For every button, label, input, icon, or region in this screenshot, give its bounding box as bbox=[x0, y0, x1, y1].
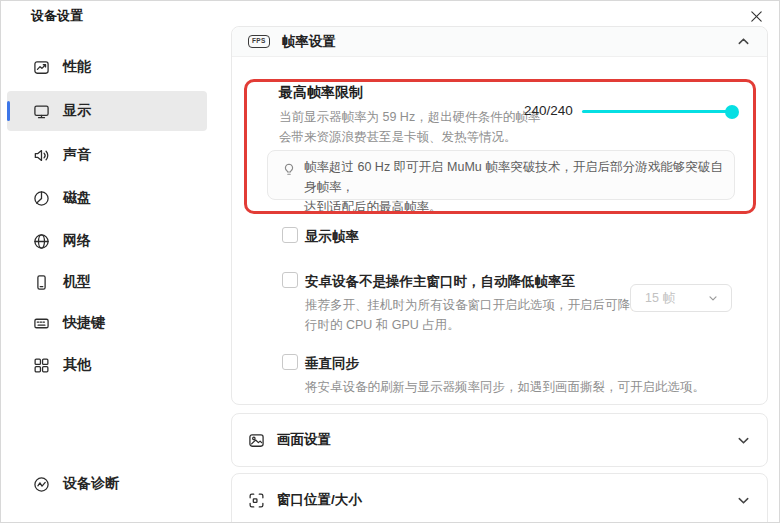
shortcuts-icon bbox=[33, 315, 50, 332]
device-model-icon bbox=[33, 274, 50, 291]
fps-tip-box: 帧率超过 60 Hz 即可开启 MuMu 帧率突破技术，开启后部分游戏能够突破自… bbox=[267, 150, 735, 200]
close-icon bbox=[749, 9, 764, 24]
show-fps-checkbox[interactable] bbox=[282, 227, 298, 243]
disk-icon bbox=[33, 190, 50, 207]
expand-chevron-icon[interactable] bbox=[736, 433, 751, 448]
sidebar-item-label: 其他 bbox=[63, 356, 91, 374]
collapse-chevron-icon[interactable] bbox=[736, 34, 751, 49]
performance-icon bbox=[33, 59, 50, 76]
vsync-label[interactable]: 垂直同步 bbox=[305, 355, 359, 373]
diagnostics-icon bbox=[33, 476, 50, 493]
frame-rate-settings-panel: FPS 帧率设置 最高帧率限制 当前显示器帧率为 59 Hz，超出硬件条件的帧率… bbox=[231, 26, 768, 405]
sidebar-item-others[interactable]: 其他 bbox=[7, 345, 207, 385]
picture-icon bbox=[248, 432, 265, 449]
sidebar-item-label: 显示 bbox=[63, 102, 91, 120]
window-position-size-header[interactable]: 窗口位置/大小 bbox=[232, 474, 767, 523]
sidebar-item-disk[interactable]: 磁盘 bbox=[7, 178, 207, 218]
panel-title: 窗口位置/大小 bbox=[277, 491, 362, 509]
window-title: 设备设置 bbox=[31, 7, 83, 25]
auto-reduce-fps-label[interactable]: 安卓设备不是操作主窗口时，自动降低帧率至 bbox=[305, 273, 575, 291]
device-settings-window: 设备设置 性能 显示 声音 磁盘 网络 机型 bbox=[0, 0, 780, 523]
sidebar-item-label: 磁盘 bbox=[63, 189, 91, 207]
reduce-fps-select[interactable]: 15 帧 bbox=[630, 284, 732, 312]
fps-tip-text: 帧率超过 60 Hz 即可开启 MuMu 帧率突破技术，开启后部分游戏能够突破自… bbox=[304, 157, 734, 217]
sidebar-item-label: 性能 bbox=[63, 58, 91, 76]
sidebar-item-label: 机型 bbox=[63, 273, 91, 291]
fps-icon: FPS bbox=[248, 35, 270, 48]
sidebar-item-network[interactable]: 网络 bbox=[7, 221, 207, 261]
sidebar-item-label: 网络 bbox=[63, 232, 91, 250]
sidebar-item-display[interactable]: 显示 bbox=[7, 91, 207, 131]
window-frame-icon bbox=[248, 492, 265, 509]
chevron-down-icon bbox=[707, 292, 719, 304]
picture-settings-header[interactable]: 画面设置 bbox=[232, 414, 767, 466]
selected-indicator bbox=[7, 101, 10, 121]
auto-reduce-fps-checkbox[interactable] bbox=[282, 272, 298, 288]
sidebar-item-device-model[interactable]: 机型 bbox=[7, 262, 207, 302]
sidebar-item-audio[interactable]: 声音 bbox=[7, 135, 207, 175]
vsync-checkbox[interactable] bbox=[282, 354, 298, 370]
display-icon bbox=[33, 103, 50, 120]
sidebar-item-label: 声音 bbox=[63, 146, 91, 164]
sidebar-item-shortcuts[interactable]: 快捷键 bbox=[7, 303, 207, 343]
sidebar-item-label: 设备诊断 bbox=[63, 475, 119, 493]
panel-title: 帧率设置 bbox=[282, 33, 336, 51]
reduce-fps-selected-value: 15 帧 bbox=[645, 290, 675, 307]
max-fps-title: 最高帧率限制 bbox=[279, 84, 363, 102]
auto-reduce-fps-description: 推荐多开、挂机时为所有设备窗口开启此选项，开启后可降低运 行时的 CPU 和 G… bbox=[305, 295, 655, 335]
sound-icon bbox=[33, 147, 50, 164]
others-icon bbox=[33, 357, 50, 374]
lightbulb-icon bbox=[281, 162, 297, 182]
fps-value-label: 240/240 bbox=[524, 103, 573, 118]
panel-title: 画面设置 bbox=[277, 431, 331, 449]
fps-slider-fill bbox=[582, 110, 732, 113]
show-fps-label[interactable]: 显示帧率 bbox=[305, 228, 359, 246]
window-position-size-panel: 窗口位置/大小 bbox=[231, 473, 768, 523]
vsync-description: 将安卓设备的刷新与显示器频率同步，如遇到画面撕裂，可开启此选项。 bbox=[305, 377, 705, 397]
fps-slider-handle[interactable] bbox=[725, 105, 739, 119]
frame-rate-settings-header[interactable]: FPS 帧率设置 bbox=[232, 27, 767, 57]
expand-chevron-icon[interactable] bbox=[736, 493, 751, 508]
close-button[interactable] bbox=[745, 5, 767, 27]
max-fps-description: 当前显示器帧率为 59 Hz，超出硬件条件的帧率 会带来资源浪费甚至是卡顿、发热… bbox=[279, 107, 540, 147]
picture-settings-panel: 画面设置 bbox=[231, 413, 768, 467]
fps-slider[interactable] bbox=[582, 110, 732, 113]
sidebar-item-label: 快捷键 bbox=[63, 314, 105, 332]
sidebar-item-diagnostics[interactable]: 设备诊断 bbox=[7, 464, 207, 504]
network-icon bbox=[33, 233, 50, 250]
sidebar-item-performance[interactable]: 性能 bbox=[7, 47, 207, 87]
